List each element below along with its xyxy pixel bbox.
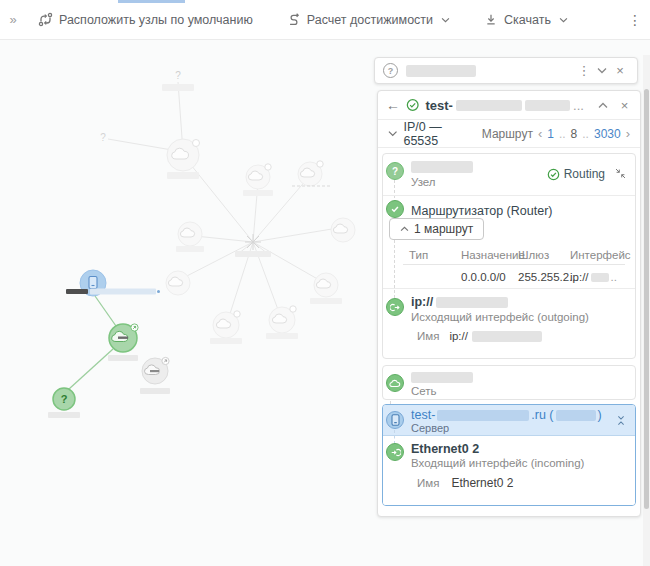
download-button[interactable]: Скачать [472,0,580,40]
graph-node-hub-router[interactable] [235,234,271,257]
network-box: Сеть [382,365,636,400]
page-current[interactable]: 8 [571,127,578,141]
node-label-redacted [140,388,170,394]
incoming-title: Ethernet0 2 [411,442,479,456]
graph-node-cloud[interactable] [243,164,273,196]
outgoing-interface-icon [386,298,404,316]
svg-text:?: ? [61,393,68,405]
graph-edges [108,82,338,320]
route-calc-icon [287,12,301,27]
search-card: ? ⋮ × [374,57,638,84]
server-type-label: Сервер [411,422,449,434]
divider [383,195,635,196]
layout-default-label: Расположить узлы по умолчанию [59,13,253,27]
redacted-query [406,65,476,77]
scrollbar-track[interactable] [643,55,650,566]
divider [383,288,635,289]
col-interface: Интерфейс [570,249,631,261]
scrollbar-thumb[interactable] [644,89,649,509]
server-device-icon [386,411,404,429]
route-bar: IP/0 — 65535 Маршрут ‹ 1 .. 8 .. 3030 › [378,120,640,148]
node-label-redacted [235,251,271,257]
redacted-network-name [411,372,473,383]
download-label: Скачать [504,13,551,27]
route-pagination: Маршрут ‹ 1 .. 8 .. 3030 › [482,126,630,141]
card-collapse-icon[interactable] [593,62,611,80]
close-icon[interactable]: × [617,96,632,114]
network-type-label: Сеть [411,385,437,397]
routes-toggle-button[interactable]: 1 маршрут [389,218,484,240]
node-route-box: ? Узел Routing Маршрутизато [382,153,636,359]
sidebar-expand-icon[interactable]: » [0,12,26,27]
back-icon[interactable]: ← [386,98,400,112]
graph-node-cloud[interactable] [292,161,330,186]
chevron-down-icon[interactable] [388,130,397,137]
next-page-icon[interactable]: › [626,126,630,141]
close-icon[interactable]: × [611,62,629,80]
incoming-section: Ethernet0 2 Входящий интерфейс (incoming… [383,436,635,505]
graph-path-edges [69,296,116,389]
server-title[interactable]: test- .ru ( ) [411,408,602,422]
name-label: Имя [417,330,439,342]
detail-card-header: ← test- ... × [378,91,640,120]
graph-node-cloud[interactable] [210,311,242,344]
outgoing-name-row: Имя ip:// [417,330,542,342]
col-gateway: Шлюз [518,249,549,261]
cell-interface: ip://.. [570,271,617,283]
top-scroll-indicator [118,0,185,3]
chevron-down-icon [559,17,568,23]
col-type: Тип [409,249,428,261]
reachability-button[interactable]: Расчет достижимости [275,0,462,40]
server-box[interactable]: test- .ru ( ) Сервер [382,404,636,506]
toolbar-kebab-icon[interactable]: ⋮ [620,12,650,28]
incoming-subtitle: Входящий интерфейс (incoming) [411,457,584,469]
network-cloud-icon [386,374,404,392]
unfold-less-icon[interactable] [615,414,627,427]
timeline-connector [394,430,395,444]
check-circle-icon [406,97,419,113]
router-title: Маршрутизатор (Router) [411,204,552,218]
layout-default-button[interactable]: Расположить узлы по умолчанию [26,0,265,40]
graph-node-cloud-selected[interactable] [108,324,138,361]
table-header-divider [403,264,625,265]
node-label-redacted [48,412,80,418]
graph-node-cloud[interactable] [166,271,190,295]
graph-node-cloud[interactable] [331,218,355,242]
collapse-up-icon[interactable] [596,96,611,114]
graph-node-unknown[interactable]: ? [175,70,181,81]
graph-node-cloud[interactable] [167,139,200,179]
card-kebab-icon[interactable]: ⋮ [575,62,593,80]
graph-node-unknown[interactable]: ? [100,132,106,143]
outgoing-subtitle: Исходящий интерфейс (outgoing) [411,311,589,323]
name-label: Имя [417,477,439,489]
detail-content: ? Узел Routing Маршрутизато [378,148,640,516]
help-icon: ? [383,63,398,78]
graph-node-cloud[interactable] [176,222,204,252]
graph-node-cloud[interactable] [140,357,170,394]
redacted-title [456,100,522,111]
redacted-outgoing-name [436,297,508,308]
route-label: Маршрут [482,127,533,141]
node-label-redacted [90,289,156,295]
graph-node-server[interactable] [66,270,160,296]
detail-card: ← test- ... × IP/0 — 65535 Маршрут ‹ 1 .… [377,90,641,517]
unknown-node-icon: ? [386,162,404,180]
reachability-label: Расчет достижимости [307,13,433,27]
name-value: Ethernet0 2 [451,476,513,490]
graph-node-cloud[interactable] [266,306,298,339]
graph-node-unknown-selected[interactable]: ? [48,388,80,418]
download-icon [484,12,498,27]
prev-page-icon[interactable]: ‹ [538,126,542,141]
page-last[interactable]: 3030 [594,127,621,141]
redacted-name-value [472,331,542,342]
redacted-server-alias [556,410,596,421]
collapse-diagonal-icon[interactable] [614,167,627,180]
outgoing-title: ip:// [411,295,508,309]
graph-faint-nodes[interactable]: ? ? [100,70,355,344]
page-first[interactable]: 1 [547,127,554,141]
cell-destination: 0.0.0.0/0 [461,271,506,283]
redacted-interface [591,273,609,282]
server-header[interactable]: test- .ru ( ) Сервер [383,405,635,436]
auto-layout-icon [38,12,53,27]
routing-badge: Routing [547,167,605,181]
